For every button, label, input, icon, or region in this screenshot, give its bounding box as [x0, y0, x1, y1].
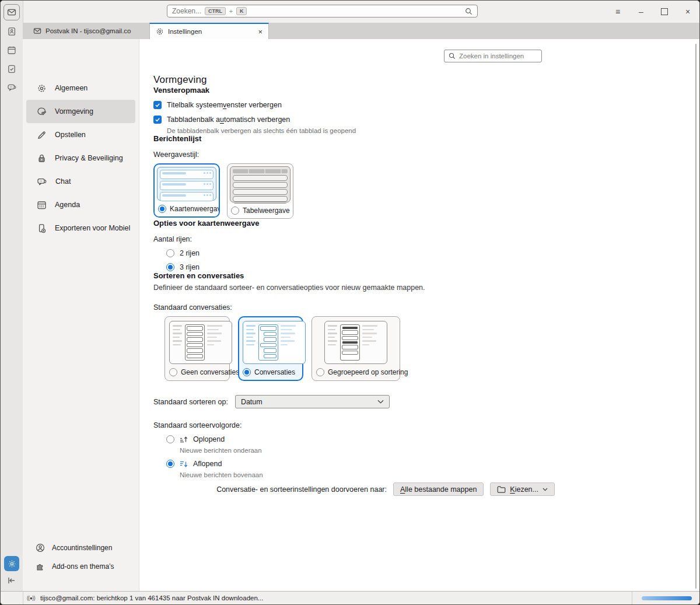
global-search-input[interactable]: Zoeken... CTRL + K	[167, 5, 478, 18]
radio-label: Aflopend	[193, 460, 222, 468]
geen-conversaties-preview	[169, 321, 232, 364]
sortby-select[interactable]: Datum	[235, 395, 390, 408]
folder-icon	[497, 486, 506, 493]
section-kaartopties: Opties voor kaartenweergave	[153, 219, 676, 228]
section-berichtenlijst: Berichtenlijst	[153, 134, 676, 143]
calendar-icon	[7, 46, 16, 55]
sidebar-item-opstellen[interactable]: Opstellen	[26, 123, 135, 146]
card-kaartenweergave[interactable]: Kaartenweergave	[153, 163, 220, 218]
space-addressbook-button[interactable]	[4, 24, 19, 39]
radio-selected-icon[interactable]	[166, 460, 174, 468]
page-title: Vormgeving	[153, 74, 676, 86]
status-text: tijsco@gmail.com: berichtkop 1 van 46143…	[40, 594, 263, 601]
sidebar-item-agenda[interactable]: Agenda	[26, 193, 135, 216]
section-vensteropmaak: Vensteropmaak	[153, 86, 676, 95]
mail-icon	[7, 8, 16, 17]
radio-label: Oplopend	[193, 435, 225, 443]
sidebar-bottom: Accountinstellingen Add-ons en thema’s	[23, 538, 139, 576]
close-button[interactable]: ×	[676, 1, 699, 23]
statusbar-right	[632, 592, 699, 604]
gegroepeerd-preview	[324, 321, 387, 364]
kaartenweergave-preview	[157, 167, 216, 201]
sort-descending-icon	[180, 460, 188, 468]
sidebar-item-label: Agenda	[55, 201, 80, 209]
radio-row-2rijen[interactable]: 2 rijen	[166, 249, 676, 257]
sidebar-item-label: Vormgeving	[55, 107, 93, 116]
card-label: Conversaties	[254, 368, 295, 376]
collapse-spaces-button[interactable]	[4, 573, 19, 587]
account-icon	[36, 543, 45, 552]
settings-space-button[interactable]	[4, 556, 19, 571]
maximize-button[interactable]	[653, 1, 676, 23]
sidebar-item-addons[interactable]: Add-ons en thema’s	[26, 557, 135, 576]
search-icon	[465, 8, 473, 15]
radio-row-3rijen[interactable]: 3 rijen	[166, 263, 676, 271]
mail-tab-icon	[33, 27, 41, 35]
apply-row: Conversatie- en sorteerinstellingen door…	[153, 482, 555, 496]
titlebar: Zoeken... CTRL + K ≡ – ×	[1, 1, 699, 23]
tasks-icon	[7, 64, 16, 74]
checkbox-label: Titelbalk systeemvenster verbergen	[167, 101, 282, 109]
card-label: Gegroepeerd op sortering	[328, 368, 408, 376]
download-progress-bar	[642, 596, 692, 600]
sidebar-item-algemeen[interactable]: Algemeen	[26, 76, 135, 100]
window-controls: ≡ – ×	[606, 1, 699, 23]
card-tabelweergave[interactable]: Tabelweergave	[227, 163, 293, 219]
space-tasks-button[interactable]	[4, 61, 19, 76]
sidebar-item-exporteren[interactable]: Exporteren voor Mobiel	[26, 216, 135, 240]
app-menu-button[interactable]: ≡	[606, 1, 629, 23]
card-geen-conversaties[interactable]: Geen conversaties	[164, 316, 230, 381]
radio-icon[interactable]	[316, 368, 324, 376]
radio-selected-icon[interactable]	[166, 263, 174, 271]
radio-selected-icon[interactable]	[158, 205, 166, 213]
sortorder-label: Standaard sorteervolgorde:	[153, 421, 676, 429]
apply-all-folders-button[interactable]: Alle bestaande mappen	[393, 482, 484, 496]
tab-close-icon[interactable]: ×	[258, 27, 262, 36]
scrollbar[interactable]	[695, 44, 696, 589]
checkbox-checked-icon[interactable]	[153, 116, 162, 124]
space-mail-button[interactable]	[4, 4, 20, 20]
minimize-button[interactable]: –	[629, 1, 653, 23]
card-label: Tabelweergave	[243, 207, 290, 215]
radio-row-aflopend[interactable]: Aflopend	[166, 460, 676, 468]
radio-icon[interactable]	[166, 249, 174, 257]
mobile-export-icon	[37, 223, 47, 233]
button-label: Kiezen...	[510, 485, 538, 494]
chat-icon	[37, 177, 47, 187]
radio-icon[interactable]	[169, 368, 177, 376]
checkbox-row-titlebar[interactable]: Titelbalk systeemvenster verbergen	[153, 101, 676, 109]
sidebar-item-label: Opstellen	[55, 131, 86, 139]
sortby-value: Datum	[241, 398, 262, 406]
global-search-placeholder: Zoeken...	[172, 7, 201, 15]
sidebar-item-vormgeving[interactable]: Vormgeving	[26, 100, 135, 123]
collapse-icon	[7, 576, 16, 585]
settings-sidebar: Algemeen Vormgeving Opstellen Privacy & …	[23, 39, 139, 591]
radio-row-oplopend[interactable]: Oplopend	[166, 435, 676, 443]
sidebar-item-privacy[interactable]: Privacy & Beveiliging	[26, 146, 135, 170]
sidebar-item-chat[interactable]: Chat	[26, 170, 135, 193]
card-conversaties[interactable]: Conversaties	[238, 316, 303, 381]
statusbar-rail-segment	[1, 592, 23, 604]
tab-inbox[interactable]: Postvak IN - tijsco@gmail.com	[27, 23, 137, 39]
sidebar-item-accountinstellingen[interactable]: Accountinstellingen	[26, 538, 135, 557]
space-calendar-button[interactable]	[4, 43, 19, 58]
choose-folders-button[interactable]: Kiezen...	[490, 482, 555, 496]
tab-inbox-label: Postvak IN - tijsco@gmail.com	[46, 27, 131, 34]
radio-icon[interactable]	[166, 435, 174, 443]
checkbox-checked-icon[interactable]	[153, 101, 162, 109]
checkbox-row-tabbar[interactable]: Tabbladenbalk automatisch verbergen	[153, 116, 676, 124]
space-chat-button[interactable]	[4, 80, 19, 95]
maximize-icon	[661, 8, 668, 15]
radio-selected-icon[interactable]	[243, 368, 251, 376]
conversation-cards: Geen conversaties Conversaties	[164, 316, 676, 381]
gear-tab-icon	[156, 27, 164, 36]
gear-icon	[37, 83, 47, 93]
checkbox-label: Tabbladenbalk automatisch verbergen	[167, 116, 290, 124]
tab-bar: Postvak IN - tijsco@gmail.com Instelling…	[23, 23, 699, 40]
card-gegroepeerd[interactable]: Gegroepeerd op sortering	[312, 316, 400, 381]
tab-settings[interactable]: Instellingen ×	[149, 23, 269, 39]
shortcut-plus: +	[229, 8, 233, 15]
radio-icon[interactable]	[231, 207, 239, 215]
rail-bottom	[1, 554, 23, 590]
sidebar-item-label: Algemeen	[55, 84, 88, 92]
